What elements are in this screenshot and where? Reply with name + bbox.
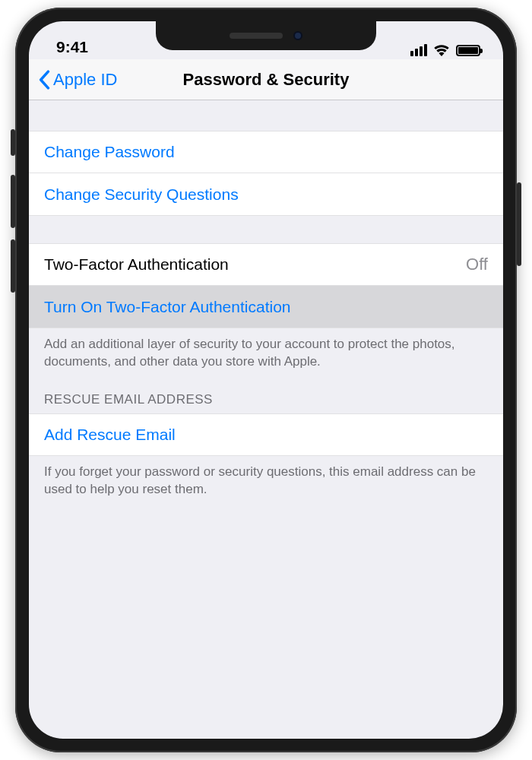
add-rescue-email-label: Add Rescue Email <box>44 426 176 444</box>
change-security-questions-label: Change Security Questions <box>44 185 239 204</box>
back-button[interactable]: Apple ID <box>38 70 117 90</box>
change-password-row[interactable]: Change Password <box>29 131 503 173</box>
rescue-email-section-header: RESCUE EMAIL ADDRESS <box>29 371 503 413</box>
chevron-left-icon <box>38 70 50 90</box>
page-title: Password & Security <box>183 70 350 90</box>
add-rescue-email-row[interactable]: Add Rescue Email <box>29 413 503 456</box>
mute-switch <box>11 129 15 156</box>
cellular-signal-icon <box>410 44 427 56</box>
front-camera <box>293 31 302 40</box>
navigation-bar: Apple ID Password & Security <box>29 59 503 100</box>
speaker-grille <box>230 33 283 39</box>
two-factor-label: Two-Factor Authentication <box>44 255 229 274</box>
device-frame: 9:41 Apple ID <box>15 8 517 752</box>
rescue-email-footer-text: If you forget your password or security … <box>29 456 503 499</box>
wifi-icon <box>433 44 450 56</box>
side-button <box>517 182 521 266</box>
screen: 9:41 Apple ID <box>29 21 503 739</box>
change-password-label: Change Password <box>44 143 175 161</box>
content-area: Change Password Change Security Question… <box>29 100 503 499</box>
two-factor-status-row[interactable]: Two-Factor Authentication Off <box>29 243 503 286</box>
volume-down-button <box>11 239 15 293</box>
battery-icon <box>456 45 480 56</box>
two-factor-footer-text: Add an additional layer of security to y… <box>29 328 503 371</box>
volume-up-button <box>11 175 15 228</box>
notch <box>156 21 376 50</box>
change-security-questions-row[interactable]: Change Security Questions <box>29 173 503 216</box>
back-label: Apple ID <box>53 70 117 90</box>
turn-on-two-factor-label: Turn On Two-Factor Authentication <box>44 298 291 316</box>
two-factor-value: Off <box>466 255 488 274</box>
turn-on-two-factor-row[interactable]: Turn On Two-Factor Authentication <box>29 286 503 328</box>
status-time: 9:41 <box>56 38 117 56</box>
